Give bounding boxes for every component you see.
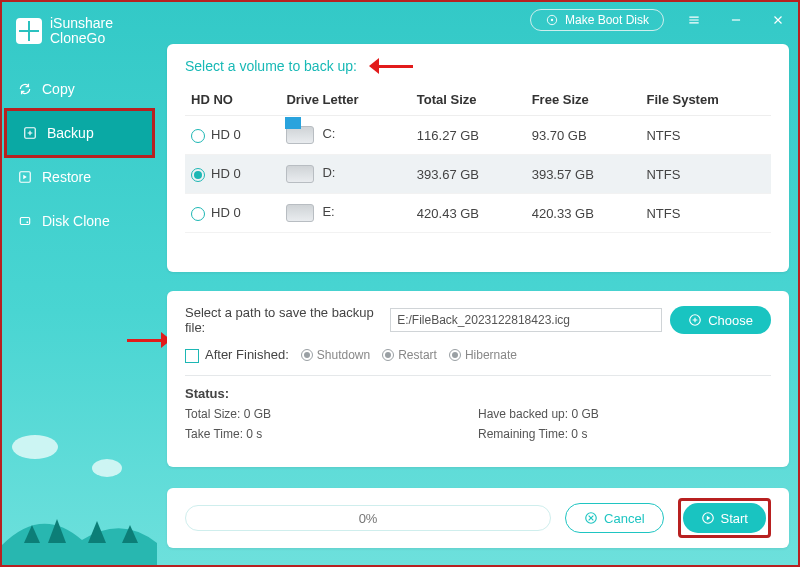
plus-circle-icon xyxy=(688,313,702,327)
col-hdno: HD NO xyxy=(185,84,280,116)
cancel-label: Cancel xyxy=(604,511,644,526)
annotation-arrow-icon xyxy=(369,60,413,72)
start-label: Start xyxy=(721,511,748,526)
nav: Copy Backup Restore Disk Clone xyxy=(2,67,157,243)
make-boot-disk-button[interactable]: Make Boot Disk xyxy=(530,9,664,31)
disk-icon xyxy=(18,214,32,228)
radio-icon[interactable] xyxy=(191,168,205,182)
radio-icon xyxy=(382,349,394,361)
nav-copy[interactable]: Copy xyxy=(2,67,157,111)
drive-icon xyxy=(286,126,314,144)
path-label: Select a path to save the backup file: xyxy=(185,305,382,335)
status-remain: Remaining Time: 0 s xyxy=(478,427,771,441)
refresh-icon xyxy=(18,82,32,96)
svg-point-7 xyxy=(26,221,28,223)
backup-path-input[interactable] xyxy=(390,308,662,332)
nav-label: Backup xyxy=(47,125,94,141)
drive-icon xyxy=(286,204,314,222)
choose-label: Choose xyxy=(708,313,753,328)
table-row[interactable]: HD 0 E: 420.43 GB 420.33 GB NTFS xyxy=(185,194,771,233)
close-icon xyxy=(771,13,785,27)
cancel-button[interactable]: Cancel xyxy=(565,503,663,533)
option-shutdown[interactable]: Shutdown xyxy=(301,348,370,362)
app-logo: iSunshare CloneGo xyxy=(2,2,157,57)
col-fs: File System xyxy=(640,84,771,116)
footer-panel: 0% Cancel Start xyxy=(167,488,789,548)
app-name-2: CloneGo xyxy=(50,31,113,46)
plus-box-icon xyxy=(23,126,37,140)
close-button[interactable] xyxy=(766,8,790,32)
nav-restore[interactable]: Restore xyxy=(2,155,157,199)
destination-panel: Select a path to save the backup file: C… xyxy=(167,291,789,467)
nav-label: Disk Clone xyxy=(42,213,110,229)
drive-icon xyxy=(286,165,314,183)
radio-icon xyxy=(449,349,461,361)
col-free: Free Size xyxy=(526,84,641,116)
svg-point-9 xyxy=(551,19,553,21)
menu-icon xyxy=(687,13,701,27)
status-heading: Status: xyxy=(185,386,771,401)
play-circle-icon xyxy=(701,511,715,525)
cancel-icon xyxy=(584,511,598,525)
nav-label: Restore xyxy=(42,169,91,185)
progress-value: 0% xyxy=(359,511,378,526)
nav-label: Copy xyxy=(42,81,75,97)
start-button[interactable]: Start xyxy=(683,503,766,533)
option-hibernate[interactable]: Hibernate xyxy=(449,348,517,362)
status-take: Take Time: 0 s xyxy=(185,427,478,441)
disc-icon xyxy=(545,13,559,27)
col-letter: Drive Letter xyxy=(280,84,410,116)
after-finished-label: After Finished: xyxy=(205,347,289,362)
radio-icon xyxy=(301,349,313,361)
status-total: Total Size: 0 GB xyxy=(185,407,478,421)
titlebar: Make Boot Disk xyxy=(530,8,790,32)
radio-icon[interactable] xyxy=(191,207,205,221)
svg-rect-6 xyxy=(20,217,29,224)
col-total: Total Size xyxy=(411,84,526,116)
volume-table: HD NO Drive Letter Total Size Free Size … xyxy=(185,84,771,233)
nav-diskclone[interactable]: Disk Clone xyxy=(2,199,157,243)
progress-bar: 0% xyxy=(185,505,551,531)
after-finished-checkbox[interactable] xyxy=(185,349,199,363)
logo-icon xyxy=(16,18,42,44)
menu-button[interactable] xyxy=(682,8,706,32)
minimize-button[interactable] xyxy=(724,8,748,32)
annotation-arrow-icon xyxy=(127,334,171,346)
minimize-icon xyxy=(729,13,743,27)
restore-icon xyxy=(18,170,32,184)
radio-icon[interactable] xyxy=(191,129,205,143)
table-row[interactable]: HD 0 D: 393.67 GB 393.57 GB NTFS xyxy=(185,155,771,194)
select-volume-title: Select a volume to back up: xyxy=(185,58,357,74)
option-restart[interactable]: Restart xyxy=(382,348,437,362)
status-backed: Have backed up: 0 GB xyxy=(478,407,771,421)
make-boot-label: Make Boot Disk xyxy=(565,13,649,27)
nav-backup[interactable]: Backup xyxy=(7,111,152,155)
volume-panel: Select a volume to back up: HD NO Drive … xyxy=(167,44,789,272)
choose-button[interactable]: Choose xyxy=(670,306,771,334)
table-row[interactable]: HD 0 C: 116.27 GB 93.70 GB NTFS xyxy=(185,116,771,155)
sidebar: iSunshare CloneGo Copy Backup Restore Di… xyxy=(2,2,157,565)
app-name-1: iSunshare xyxy=(50,16,113,31)
